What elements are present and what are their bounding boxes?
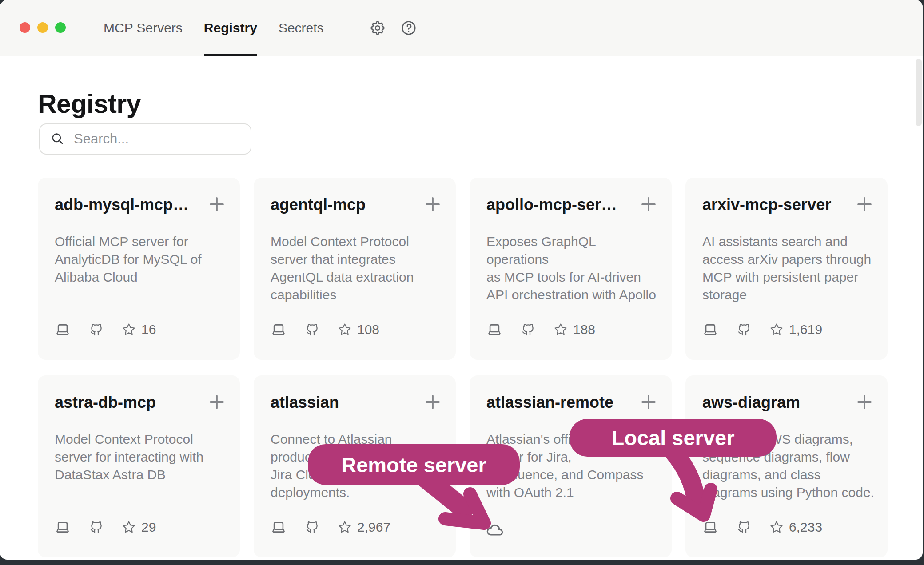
star-count: 108 [357,322,379,337]
add-server-button[interactable] [206,194,227,215]
github-icon [305,322,319,337]
server-card-grid: adb-mysql-mcp… Official MCP server forAn… [38,178,888,557]
plus-icon [422,391,443,413]
scrollbar-thumb[interactable] [916,59,922,126]
server-name: atlassian [271,393,416,412]
github-icon [737,520,751,534]
github-icon [305,520,319,534]
server-name: adb-mysql-mcp… [55,195,200,214]
server-card-apollo-mcp-server[interactable]: apollo-mcp-ser… Exposes GraphQL operatio… [470,178,672,360]
add-server-button[interactable] [206,391,227,413]
star-icon [338,323,351,336]
server-card-astra-db-mcp[interactable]: astra-db-mcp Model Context Protocolserve… [38,375,240,557]
local-server-callout: Local server [570,419,777,457]
github-icon [737,322,751,337]
tab-mcp-servers[interactable]: MCP Servers [104,0,183,56]
search-box [39,123,251,155]
tab-secrets[interactable]: Secrets [279,0,324,56]
github-icon [89,520,104,534]
laptop-icon [702,322,718,337]
card-footer [486,517,505,537]
search-icon [51,132,65,146]
server-description: Official MCP server forAnalyticDB for My… [55,233,227,286]
server-card-adb-mysql-mcp[interactable]: adb-mysql-mcp… Official MCP server forAn… [38,178,240,360]
server-card-aws-diagram[interactable]: aws-diagram Generate AWS diagrams,sequen… [685,375,888,557]
star-count: 1,619 [789,322,822,337]
cloud-icon [485,521,505,539]
main-tabs: MCP Servers Registry Secrets [104,0,324,56]
tab-registry[interactable]: Registry [204,0,257,56]
star-icon [770,323,783,336]
laptop-icon [702,520,718,535]
help-icon[interactable] [400,20,417,36]
card-footer: 1,619 [702,320,822,339]
star-count: 16 [141,322,156,337]
plus-icon [854,194,875,215]
laptop-icon [55,322,71,337]
plus-icon [422,194,443,215]
add-server-button[interactable] [638,391,659,413]
laptop-icon [486,322,502,337]
card-footer: 16 [55,320,156,339]
server-name: arxiv-mcp-server [702,195,848,214]
card-footer: 6,233 [702,517,822,537]
plus-icon [638,391,659,413]
server-description: Exposes GraphQL operationsas MCP tools f… [486,233,658,304]
star-count: 2,967 [357,520,390,535]
server-description: Model Context Protocolserver that integr… [271,233,442,304]
add-server-button[interactable] [422,194,443,215]
add-server-button[interactable] [854,194,875,215]
star-count: 29 [141,520,156,535]
card-footer: 188 [486,320,595,339]
laptop-icon [271,322,287,337]
search-input[interactable] [73,131,252,147]
header-divider [350,9,350,47]
add-server-button[interactable] [422,391,443,413]
server-name: atlassian-remote [486,393,632,412]
server-card-arxiv-mcp-server[interactable]: arxiv-mcp-server AI assistants search an… [685,178,888,360]
app-window: MCP Servers Registry Secrets Registry ad… [0,0,923,560]
server-name: astra-db-mcp [55,393,200,412]
server-card-agentql-mcp[interactable]: agentql-mcp Model Context Protocolserver… [254,178,456,360]
plus-icon [206,391,227,413]
gear-icon[interactable] [369,20,386,36]
zoom-button[interactable] [55,22,66,33]
server-name: aws-diagram [702,393,848,412]
plus-icon [854,391,875,413]
plus-icon [206,194,227,215]
github-icon [89,322,104,337]
laptop-icon [55,520,71,535]
github-icon [521,322,535,337]
card-footer: 29 [55,517,156,537]
add-server-button[interactable] [854,391,875,413]
server-description: Model Context Protocolserver for interac… [55,430,227,484]
page-title: Registry [38,89,141,119]
server-description: AI assistants search andaccess arXiv pap… [702,233,874,304]
remote-server-callout: Remote server [308,444,520,485]
minimize-button[interactable] [37,22,48,33]
star-count: 6,233 [789,520,822,535]
card-footer: 2,967 [271,517,390,537]
star-icon [770,521,783,534]
close-button[interactable] [20,22,30,33]
title-bar: MCP Servers Registry Secrets [0,0,923,56]
card-footer: 108 [271,320,379,339]
traffic-lights [20,22,66,33]
plus-icon [638,194,659,215]
add-server-button[interactable] [638,194,659,215]
server-name: apollo-mcp-ser… [486,195,632,214]
star-icon [338,521,351,534]
star-icon [554,323,567,336]
star-icon [122,323,135,336]
star-icon [122,521,135,534]
laptop-icon [271,520,287,535]
server-name: agentql-mcp [271,195,416,214]
star-count: 188 [573,322,595,337]
